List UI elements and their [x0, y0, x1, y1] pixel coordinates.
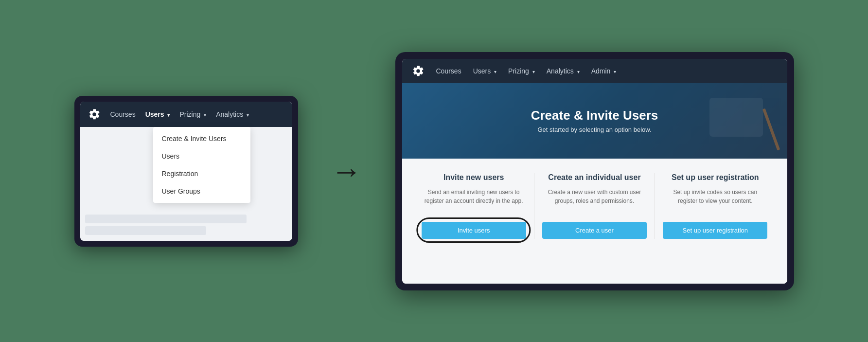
bg-row-2: [85, 226, 207, 235]
right-nav-courses[interactable]: Courses: [436, 67, 461, 75]
option-registration-title: Set up user registration: [672, 173, 759, 182]
option-registration-desc: Set up invite codes so users can registe…: [663, 188, 767, 212]
option-create-user: Create an individual user Create a new u…: [534, 173, 655, 239]
hero-decoration: [685, 88, 773, 151]
left-content: Create & Invite Users Users Registration…: [80, 127, 292, 241]
arrow-icon: →: [331, 156, 362, 187]
bg-row-1: [85, 215, 247, 223]
option-invite-title: Invite new users: [443, 173, 504, 182]
options-section: Invite new users Send an email inviting …: [402, 159, 787, 284]
hero-title: Create & Invite Users: [531, 108, 658, 123]
background-rows: [80, 210, 292, 240]
dropdown-item-registration[interactable]: Registration: [153, 165, 250, 182]
dropdown-item-users[interactable]: Users: [153, 147, 250, 165]
circled-btn-wrapper: Invite users: [422, 222, 526, 239]
scene: Courses Users ▾ Prizing ▾ Analytics ▾ Cr…: [74, 52, 794, 290]
left-nav-courses[interactable]: Courses: [110, 110, 136, 118]
right-logo-icon: [412, 65, 425, 77]
hero-text: Create & Invite Users Get started by sel…: [531, 108, 658, 133]
option-create-desc: Create a new user with custom user group…: [542, 188, 647, 212]
right-device: Courses Users ▾ Prizing ▾ Analytics ▾ Ad…: [395, 52, 794, 290]
option-registration: Set up user registration Set up invite c…: [655, 173, 775, 239]
left-navbar: Courses Users ▾ Prizing ▾ Analytics ▾: [80, 102, 292, 127]
left-nav-prizing[interactable]: Prizing ▾: [179, 110, 206, 118]
option-create-title: Create an individual user: [548, 173, 640, 182]
left-nav-analytics[interactable]: Analytics ▾: [216, 110, 249, 118]
right-nav-admin[interactable]: Admin ▾: [591, 67, 617, 75]
option-invite-desc: Send an email inviting new users to regi…: [422, 188, 526, 212]
logo-icon: [88, 108, 101, 121]
hero-subtitle: Get started by selecting an option below…: [531, 126, 658, 133]
create-user-button[interactable]: Create a user: [542, 222, 647, 239]
left-nav-users[interactable]: Users ▾: [145, 110, 170, 118]
invite-users-button[interactable]: Invite users: [422, 222, 526, 239]
hero-banner: Create & Invite Users Get started by sel…: [402, 83, 787, 159]
right-nav-prizing[interactable]: Prizing ▾: [508, 67, 535, 75]
users-dropdown-menu: Create & Invite Users Users Registration…: [153, 127, 250, 203]
option-invite-users: Invite new users Send an email inviting …: [414, 173, 534, 239]
right-nav-users[interactable]: Users ▾: [473, 67, 496, 75]
dropdown-item-user-groups[interactable]: User Groups: [153, 182, 250, 200]
left-device: Courses Users ▾ Prizing ▾ Analytics ▾ Cr…: [74, 96, 298, 247]
arrow-container: →: [327, 156, 366, 187]
right-navbar: Courses Users ▾ Prizing ▾ Analytics ▾ Ad…: [402, 59, 787, 83]
right-nav-analytics[interactable]: Analytics ▾: [547, 67, 580, 75]
setup-registration-button[interactable]: Set up user registration: [663, 222, 767, 239]
dropdown-item-create-invite[interactable]: Create & Invite Users: [153, 130, 250, 147]
hero-deco-card: [709, 98, 763, 137]
